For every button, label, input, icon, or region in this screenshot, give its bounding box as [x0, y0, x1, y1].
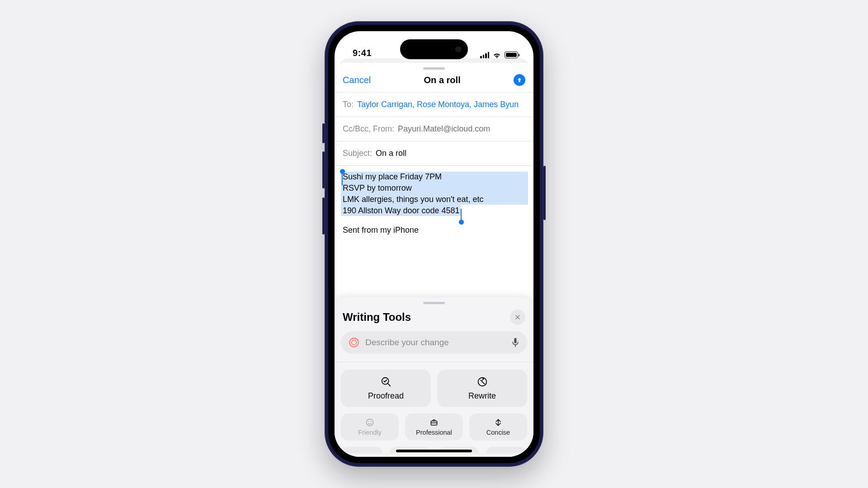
svg-point-0: [349, 338, 359, 347]
subject-value: On a roll: [376, 149, 406, 158]
iphone-frame: 9:41 Cance: [325, 21, 543, 467]
svg-point-5: [367, 419, 373, 426]
side-button: [322, 151, 325, 188]
signature: Sent from my iPhone: [343, 225, 525, 236]
concise-label: Concise: [486, 429, 510, 436]
to-label: To:: [343, 100, 354, 109]
dynamic-island: [400, 39, 468, 59]
cancel-button[interactable]: Cancel: [343, 75, 371, 85]
writing-tools-sheet: Writing Tools: [335, 297, 533, 457]
svg-rect-2: [514, 338, 517, 343]
selection-start-handle[interactable]: [340, 169, 345, 174]
svg-point-6: [368, 421, 369, 422]
writing-tools-title: Writing Tools: [343, 311, 411, 324]
svg-point-1: [352, 340, 357, 345]
send-button[interactable]: [514, 74, 525, 86]
screen: 9:41 Cance: [335, 31, 533, 457]
side-button: [322, 197, 325, 235]
ccbcc-from-field[interactable]: Cc/Bcc, From: Payuri.Matel@icloud.com: [335, 117, 533, 141]
magnifier-check-icon: [380, 376, 392, 388]
home-indicator[interactable]: [396, 450, 472, 452]
arrow-up-icon: [516, 77, 523, 83]
selection-end-handle[interactable]: [459, 220, 464, 225]
compose-title: On a roll: [424, 75, 461, 85]
describe-change-input[interactable]: Describe your change: [341, 331, 527, 354]
from-address: Payuri.Matel@icloud.com: [398, 124, 490, 134]
professional-button[interactable]: Professional: [405, 413, 463, 441]
status-time: 9:41: [353, 48, 372, 58]
professional-label: Professional: [416, 429, 452, 436]
describe-placeholder: Describe your change: [365, 338, 505, 347]
apple-intelligence-icon: [348, 337, 360, 348]
concise-icon: [494, 418, 503, 427]
compose-sheet: Cancel On a roll To: Taylor Carrigan, Ro…: [335, 63, 533, 457]
microphone-icon[interactable]: [511, 337, 520, 348]
battery-icon: [505, 52, 518, 58]
rewrite-icon: [476, 376, 488, 388]
close-icon: [514, 314, 521, 320]
to-field[interactable]: To: Taylor Carrigan, Rose Montoya, James…: [335, 93, 533, 117]
smile-icon: [365, 418, 374, 427]
sheet-grabber[interactable]: [423, 302, 445, 304]
subject-field[interactable]: Subject: On a roll: [335, 141, 533, 165]
camera-dot-icon: [455, 46, 462, 52]
concise-button[interactable]: Concise: [469, 413, 527, 441]
svg-point-7: [371, 421, 372, 422]
close-button[interactable]: [510, 310, 525, 325]
rewrite-label: Rewrite: [468, 391, 496, 401]
wifi-icon: [492, 52, 501, 58]
proofread-label: Proofread: [368, 391, 404, 401]
cellular-icon: [480, 52, 489, 58]
briefcase-icon: [429, 418, 439, 427]
ccbcc-label: Cc/Bcc, From:: [343, 124, 394, 134]
side-button: [543, 166, 546, 220]
rewrite-button[interactable]: Rewrite: [437, 370, 527, 407]
friendly-label: Friendly: [358, 429, 382, 436]
side-button: [322, 123, 325, 143]
proofread-button[interactable]: Proofread: [341, 370, 431, 407]
subject-label: Subject:: [343, 149, 372, 158]
friendly-button[interactable]: Friendly: [341, 413, 399, 441]
selected-text[interactable]: Sushi my place Friday 7PMRSVP by tomorro…: [343, 171, 525, 216]
to-recipients[interactable]: Taylor Carrigan, Rose Montoya, James Byu…: [357, 100, 519, 109]
